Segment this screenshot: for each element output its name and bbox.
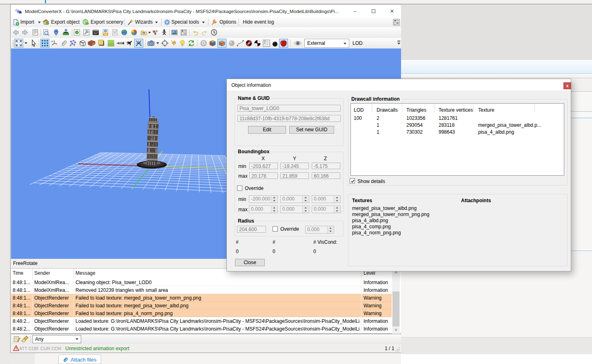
svg-text:YML: YML [103, 33, 107, 35]
